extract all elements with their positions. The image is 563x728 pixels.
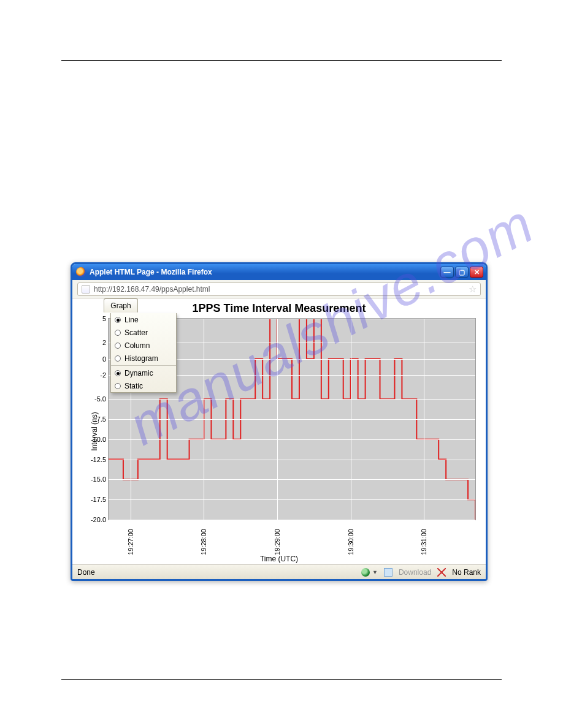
chart-gridline-h	[109, 460, 475, 460]
chart-ytick: -20.0	[84, 516, 106, 523]
chart-ytick: -7.5	[84, 415, 106, 423]
status-text: Done	[77, 568, 95, 577]
option-label: Line	[124, 316, 139, 324]
radio-icon	[115, 330, 121, 336]
download-icon[interactable]	[384, 568, 393, 577]
close-button[interactable]: ✕	[470, 267, 483, 278]
option-label: Dynamic	[124, 369, 153, 377]
firefox-icon	[76, 267, 86, 277]
graph-option-column[interactable]: Column	[111, 339, 176, 352]
graph-mode-static[interactable]: Static	[111, 379, 176, 392]
norank-label[interactable]: No Rank	[452, 568, 481, 577]
radio-icon	[115, 343, 121, 349]
page-icon	[82, 285, 90, 294]
chart-gridline-v	[424, 319, 424, 520]
norank-icon[interactable]	[437, 568, 446, 577]
chart-ytick: 0	[84, 355, 106, 363]
url-text: http://192.168.47.49/ppsApplet.html	[94, 285, 210, 294]
graph-option-scatter[interactable]: Scatter	[111, 326, 176, 339]
window-titlebar[interactable]: Applet HTML Page - Mozilla Firefox — ▢ ✕	[72, 264, 486, 280]
window-title: Applet HTML Page - Mozilla Firefox	[90, 268, 440, 276]
graph-mode-dynamic[interactable]: Dynamic	[111, 366, 176, 379]
graph-option-histogram[interactable]: Histogram	[111, 352, 176, 365]
url-toolbar: http://192.168.47.49/ppsApplet.html ☆	[72, 280, 486, 298]
page-rule-bottom	[61, 679, 502, 680]
minimize-button[interactable]: —	[440, 267, 454, 278]
chart-gridline-h	[109, 419, 475, 420]
chart-xlabel: Time (UTC)	[72, 555, 486, 563]
bookmark-star-icon[interactable]: ☆	[469, 284, 477, 295]
chart-ytick: 2	[84, 339, 106, 346]
option-label: Histogram	[124, 354, 158, 363]
page-rule-top	[61, 60, 502, 61]
chart-gridline-v	[351, 319, 351, 520]
chart-ytick: -5.0	[84, 395, 106, 403]
chart-xtick: 19:31:00	[420, 529, 427, 555]
chart-gridline-h	[109, 399, 475, 400]
radio-icon	[115, 317, 121, 323]
chart-xtick: 19:28:00	[200, 529, 207, 555]
chart-gridline-v	[277, 319, 278, 520]
radio-icon	[115, 370, 121, 376]
chart-gridline-h	[109, 499, 475, 500]
option-label: Column	[124, 341, 150, 350]
graph-dropdown: Line Scatter Column Histogram Dynamic	[110, 313, 177, 393]
chart-ytick: -12.5	[84, 456, 106, 463]
browser-window: Applet HTML Page - Mozilla Firefox — ▢ ✕…	[71, 262, 488, 581]
chart-ytick: -17.5	[84, 496, 106, 503]
url-input[interactable]: http://192.168.47.49/ppsApplet.html ☆	[77, 282, 481, 296]
browser-statusbar: Done ▼ Download No Rank	[72, 564, 486, 579]
option-label: Scatter	[124, 328, 148, 337]
chart-xtick: 19:29:00	[274, 529, 281, 555]
radio-icon	[115, 355, 121, 362]
graph-option-line[interactable]: Line	[111, 313, 176, 326]
chart-xtick: 19:30:00	[347, 529, 354, 555]
maximize-button[interactable]: ▢	[455, 267, 469, 278]
menu-graph[interactable]: Graph	[104, 298, 137, 313]
globe-icon[interactable]	[361, 568, 370, 577]
menu-separator	[111, 365, 176, 366]
dropdown-arrow-icon[interactable]: ▼	[372, 569, 378, 575]
chart-ytick: -10.0	[84, 436, 106, 443]
option-label: Static	[124, 382, 143, 390]
chart-gridline-h	[109, 439, 475, 440]
chart-gridline-v	[204, 319, 204, 520]
chart-gridline-h	[109, 479, 475, 480]
chart-gridline-h	[109, 520, 475, 520]
chart-ytick: 5	[84, 315, 106, 322]
window-controls: — ▢ ✕	[440, 267, 483, 278]
chart-ytick: -15.0	[84, 476, 106, 483]
radio-icon	[115, 383, 121, 389]
chart-xtick: 19:27:00	[127, 529, 134, 555]
chart-ytick: -2	[84, 371, 106, 379]
download-label[interactable]: Download	[399, 568, 431, 577]
